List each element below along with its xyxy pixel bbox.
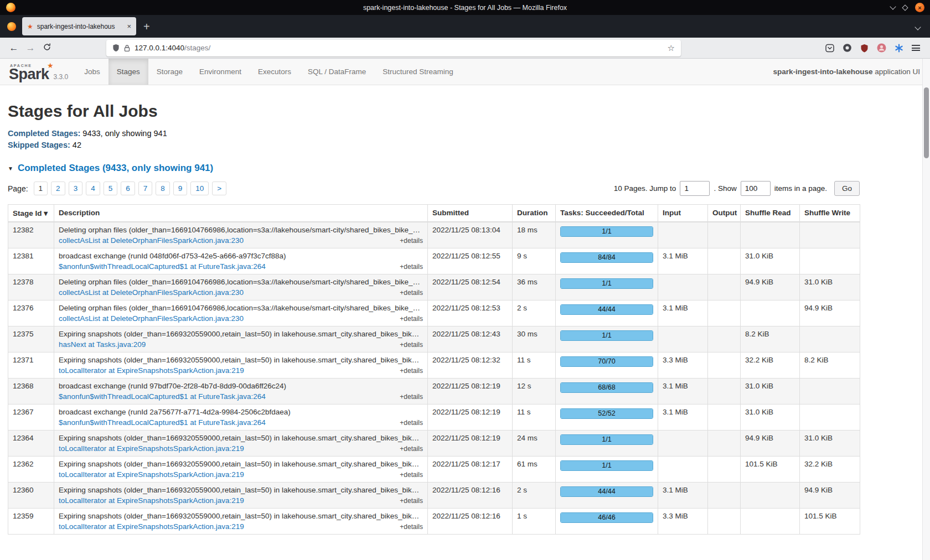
column-header-stage-id[interactable]: Stage Id ▾ <box>8 205 54 222</box>
pagination-page-3-button[interactable]: 3 <box>69 182 83 195</box>
details-toggle[interactable]: +details <box>400 367 423 375</box>
bookmark-star-icon[interactable]: ☆ <box>668 43 675 53</box>
details-toggle[interactable]: +details <box>400 471 423 479</box>
shuffle-read-cell: 31.0 KiB <box>741 248 800 274</box>
submitted-cell: 2022/11/25 08:12:16 <box>428 509 513 535</box>
jump-to-page-input[interactable] <box>680 181 710 196</box>
column-header-shuffle-read[interactable]: Shuffle Read <box>741 205 800 222</box>
window-close-button[interactable]: × <box>915 3 924 12</box>
pagination-page-4-button[interactable]: 4 <box>86 182 100 195</box>
tab-close-icon[interactable]: × <box>127 23 131 30</box>
items-per-page-input[interactable] <box>741 181 771 196</box>
tab-list-chevron-icon[interactable] <box>916 22 920 32</box>
stage-callsite-link[interactable]: collectAsList at DeleteOrphanFilesSparkA… <box>59 236 244 245</box>
tasks-progress-bar: 1/1 <box>560 434 653 445</box>
stage-callsite-link[interactable]: collectAsList at DeleteOrphanFilesSparkA… <box>59 314 244 323</box>
stage-callsite-link[interactable]: collectAsList at DeleteOrphanFilesSparkA… <box>59 288 244 297</box>
column-header-description[interactable]: Description <box>54 205 428 222</box>
output-cell <box>708 457 741 483</box>
nav-tab-storage[interactable]: Storage <box>148 59 191 85</box>
details-toggle[interactable]: +details <box>400 393 423 401</box>
forward-button[interactable]: → <box>22 43 39 53</box>
pagination-page-10-button[interactable]: 10 <box>190 182 209 195</box>
details-toggle[interactable]: +details <box>400 289 423 297</box>
scrollbar-thumb[interactable] <box>924 87 929 158</box>
pagination-page-7-button[interactable]: 7 <box>138 182 153 195</box>
column-header-duration[interactable]: Duration <box>513 205 556 222</box>
profile-avatar-icon[interactable] <box>877 43 886 53</box>
collapse-arrow-icon[interactable]: ▼ <box>8 165 13 172</box>
pagination-page-5-button[interactable]: 5 <box>104 182 118 195</box>
details-toggle[interactable]: +details <box>400 419 423 427</box>
tasks-cell: 1/1 <box>556 222 658 248</box>
firefox-view-icon[interactable] <box>7 22 16 31</box>
description-cell: Deleting orphan files (older_than=166910… <box>54 274 428 300</box>
menu-hamburger-icon[interactable] <box>912 45 920 51</box>
details-toggle[interactable]: +details <box>400 523 423 531</box>
details-toggle[interactable]: +details <box>400 237 423 245</box>
section-title[interactable]: Completed Stages (9433, only showing 941… <box>18 163 213 174</box>
column-header-tasks-succeeded-total[interactable]: Tasks: Succeeded/Total <box>556 205 658 222</box>
back-button[interactable]: ← <box>6 43 22 53</box>
stage-callsite-link[interactable]: $anonfun$withThreadLocalCaptured$1 at Fu… <box>59 262 266 271</box>
stage-callsite-link[interactable]: $anonfun$withThreadLocalCaptured$1 at Fu… <box>59 392 266 401</box>
pagination-page-9-button[interactable]: 9 <box>173 182 188 195</box>
stage-callsite-link[interactable]: hasNext at Tasks.java:209 <box>59 340 146 349</box>
url-host: 127.0.0.1:4040 <box>135 44 184 52</box>
pagination-page-1-button[interactable]: 1 <box>34 182 48 195</box>
stage-callsite-link[interactable]: toLocalIterator at ExpireSnapshotsSparkA… <box>59 496 244 505</box>
pagination-page-6-button[interactable]: 6 <box>121 182 135 195</box>
nav-tab-jobs[interactable]: Jobs <box>76 59 108 85</box>
go-button[interactable]: Go <box>834 181 860 196</box>
nav-tab-executors[interactable]: Executors <box>250 59 299 85</box>
details-toggle[interactable]: +details <box>400 263 423 271</box>
stage-callsite-link[interactable]: toLocalIterator at ExpireSnapshotsSparkA… <box>59 444 244 453</box>
window-maximize-icon[interactable] <box>902 4 908 11</box>
stage-id-cell: 12382 <box>8 222 54 248</box>
nav-tab-sql-dataframe[interactable]: SQL / DataFrame <box>299 59 374 85</box>
details-toggle[interactable]: +details <box>400 497 423 505</box>
column-header-output[interactable]: Output <box>708 205 741 222</box>
column-header-shuffle-write[interactable]: Shuffle Write <box>800 205 860 222</box>
column-header-submitted[interactable]: Submitted <box>428 205 513 222</box>
details-toggle[interactable]: +details <box>400 445 423 453</box>
completed-stages-section-header[interactable]: ▼ Completed Stages (9433, only showing 9… <box>8 163 860 174</box>
stage-row: 12364 Expiring snapshots (older_than=166… <box>8 431 860 457</box>
details-toggle[interactable]: +details <box>400 315 423 323</box>
extension-circle-icon[interactable] <box>843 43 852 53</box>
stage-description: Expiring snapshots (older_than=166932055… <box>59 330 423 338</box>
nav-tab-structured-streaming[interactable]: Structured Streaming <box>374 59 462 85</box>
stage-callsite-link[interactable]: $anonfun$withThreadLocalCaptured$1 at Fu… <box>59 418 266 427</box>
nav-tab-environment[interactable]: Environment <box>191 59 250 85</box>
tasks-count: 1/1 <box>561 435 653 444</box>
stage-callsite-link[interactable]: toLocalIterator at ExpireSnapshotsSparkA… <box>59 522 244 531</box>
reload-button[interactable] <box>39 43 55 53</box>
column-header-input[interactable]: Input <box>658 205 708 222</box>
stage-callsite-link[interactable]: toLocalIterator at ExpireSnapshotsSparkA… <box>59 470 244 479</box>
stage-description: Expiring snapshots (older_than=166932055… <box>59 356 423 364</box>
stage-callsite-link[interactable]: toLocalIterator at ExpireSnapshotsSparkA… <box>59 366 244 375</box>
application-ui-label: application UI <box>875 68 920 76</box>
tasks-count: 1/1 <box>561 331 653 340</box>
browser-tab[interactable]: ★ spark-ingest-into-lakehous × <box>22 17 136 35</box>
ublock-shield-icon[interactable] <box>860 44 869 53</box>
nav-tab-stages[interactable]: Stages <box>108 59 148 85</box>
pagination-next-button[interactable]: > <box>212 182 226 195</box>
tasks-count: 1/1 <box>561 227 653 236</box>
details-toggle[interactable]: +details <box>400 341 423 349</box>
new-tab-button[interactable]: + <box>143 21 150 32</box>
tracking-shield-icon[interactable] <box>112 44 120 52</box>
scrollbar-track[interactable] <box>922 59 930 560</box>
pagination-page-2-button[interactable]: 2 <box>51 182 65 195</box>
pocket-icon[interactable] <box>825 44 834 53</box>
extension-asterisk-icon[interactable] <box>895 44 903 53</box>
spark-logo[interactable]: APACHE Spark ★ <box>9 62 49 82</box>
shuffle-write-cell <box>800 405 860 431</box>
url-bar[interactable]: 127.0.0.1:4040/stages/ ☆ <box>106 40 681 56</box>
tasks-cell: 84/84 <box>556 248 658 274</box>
window-minimize-icon[interactable] <box>890 3 896 9</box>
pagination-page-8-button[interactable]: 8 <box>156 182 170 195</box>
lock-icon[interactable] <box>124 44 130 52</box>
stage-id-cell: 12367 <box>8 405 54 431</box>
duration-cell: 24 ms <box>513 431 556 457</box>
